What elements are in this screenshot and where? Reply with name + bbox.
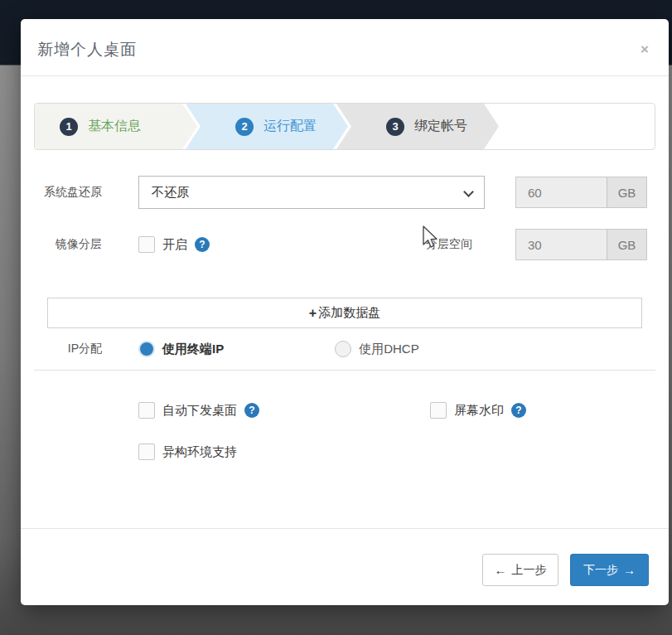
image-layer-label: 镜像分层 (34, 237, 138, 252)
options-row-1: 自动下发桌面 ? 屏幕水印 ? (34, 402, 655, 419)
layer-space-size-input[interactable] (516, 230, 607, 259)
hetero-support-checkbox[interactable] (138, 444, 155, 460)
dialog-header: 新增个人桌面 × (21, 19, 669, 76)
ip-dhcp-option[interactable]: 使用DHCP (335, 341, 419, 357)
system-disk-size-input[interactable] (516, 177, 607, 207)
plus-icon: + (309, 306, 317, 321)
add-data-disk-button[interactable]: + 添加数据盘 (47, 298, 642, 328)
step-3-badge: 3 (386, 118, 404, 136)
layer-space-label: 分层空间 (426, 237, 515, 252)
next-step-label: 下一步 (583, 563, 618, 578)
layer-space-size-group: GB (515, 229, 647, 260)
dialog-title: 新增个人桌面 (37, 39, 652, 61)
radio-unselected-icon[interactable] (335, 341, 351, 357)
watermark-option: 屏幕水印 ? (430, 402, 526, 419)
layer-space-size-unit: GB (607, 230, 646, 259)
options-row-2: 异构环境支持 (34, 444, 655, 460)
ip-terminal-label: 使用终端IP (162, 342, 224, 357)
ip-terminal-option[interactable]: 使用终端IP (138, 341, 224, 357)
arrow-right-icon: → (623, 563, 636, 577)
ip-dhcp-label: 使用DHCP (359, 342, 419, 357)
system-disk-label: 系统盘还原 (34, 185, 138, 200)
wizard-steps: 1 基本信息 2 运行配置 3 绑定帐号 (34, 103, 655, 150)
section-divider (34, 370, 655, 371)
step-2-badge: 2 (235, 118, 254, 136)
radio-selected-icon[interactable] (138, 341, 155, 357)
add-data-disk-row: + 添加数据盘 (34, 298, 655, 328)
step-basic-info[interactable]: 1 基本信息 (35, 104, 197, 149)
dialog-footer: ← 上一步 下一步 → (21, 528, 669, 605)
step-3-label: 绑定帐号 (414, 118, 467, 135)
system-disk-size-unit: GB (607, 177, 646, 207)
hetero-support-label: 异构环境支持 (162, 444, 237, 460)
step-run-config[interactable]: 2 运行配置 (186, 104, 348, 149)
next-step-button[interactable]: 下一步 → (570, 554, 649, 586)
step-1-badge: 1 (60, 118, 78, 136)
step-2-label: 运行配置 (263, 118, 317, 135)
close-icon[interactable]: × (641, 42, 649, 56)
watermark-help-icon[interactable]: ? (511, 403, 526, 418)
auto-push-label: 自动下发桌面 (162, 403, 237, 419)
prev-step-label: 上一步 (512, 563, 547, 578)
image-layer-enable-label: 开启 (162, 237, 187, 253)
system-restore-select[interactable]: 不还原 (138, 176, 485, 209)
system-restore-selected-value: 不还原 (152, 185, 189, 201)
auto-push-help-icon[interactable]: ? (244, 403, 259, 418)
arrow-left-icon: ← (495, 563, 507, 577)
dialog-body: 1 基本信息 2 运行配置 3 绑定帐号 系统盘还原 不还原 GB (21, 76, 669, 528)
image-layer-row: 镜像分层 开启 ? 分层空间 GB (34, 229, 655, 260)
auto-push-checkbox[interactable] (138, 402, 155, 419)
chevron-down-icon (463, 187, 474, 197)
prev-step-button[interactable]: ← 上一步 (482, 554, 558, 586)
add-desktop-dialog: 新增个人桌面 × 1 基本信息 2 运行配置 3 绑定帐号 系统盘还原 不还原 (21, 19, 669, 605)
ip-allocation-label: IP分配 (34, 342, 138, 356)
ip-allocation-row: IP分配 使用终端IP 使用DHCP (34, 341, 655, 357)
image-layer-help-icon[interactable]: ? (195, 237, 210, 252)
watermark-label: 屏幕水印 (454, 403, 504, 419)
watermark-checkbox[interactable] (430, 402, 447, 419)
system-disk-size-group: GB (515, 177, 647, 208)
step-bind-account[interactable]: 3 绑定帐号 (336, 104, 499, 149)
add-data-disk-label: 添加数据盘 (318, 305, 380, 321)
system-disk-row: 系统盘还原 不还原 GB (34, 176, 655, 209)
image-layer-checkbox[interactable] (138, 236, 155, 253)
step-1-label: 基本信息 (88, 118, 141, 135)
page-background: { "dialog": { "title": "新增个人桌面", "close_… (0, 0, 672, 635)
